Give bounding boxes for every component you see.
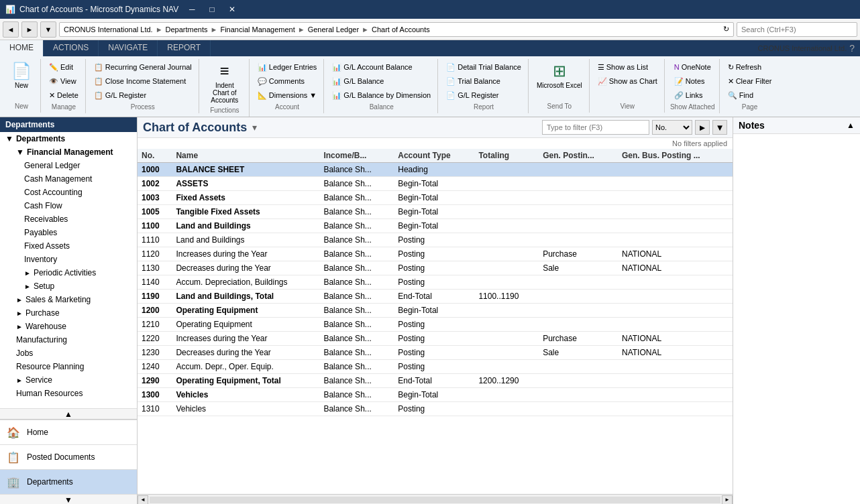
sidebar-item-purchase[interactable]: ► Purchase [0, 306, 137, 320]
tab-actions[interactable]: ACTIONS [44, 40, 99, 56]
back-button[interactable]: ◄ [3, 21, 19, 38]
scroll-track[interactable] [150, 497, 720, 503]
recurring-journal-button[interactable]: 📋 Recurring General Journal [91, 60, 195, 74]
table-row[interactable]: 1130 Decreases during the Year Balance S… [138, 261, 733, 275]
tab-home[interactable]: HOME [0, 40, 44, 56]
address-refresh-icon[interactable]: ↻ [723, 25, 729, 34]
sidebar-item-cost-accounting[interactable]: Cost Accounting [0, 186, 137, 199]
close-income-button[interactable]: 📋 Close Income Statement [91, 74, 195, 88]
show-as-list-button[interactable]: ☰ Show as List [595, 60, 660, 74]
sidebar-item-jobs[interactable]: Jobs [0, 346, 137, 360]
gl-register-report-button[interactable]: 📄 G/L Register [443, 88, 524, 102]
table-row[interactable]: 1230 Decreases during the Year Balance S… [138, 346, 733, 360]
search-input[interactable] [737, 22, 857, 37]
title-dropdown-arrow[interactable]: ▾ [252, 122, 257, 133]
microsoft-excel-button[interactable]: ⊞ Microsoft Excel [534, 60, 585, 90]
table-row[interactable]: 1100 Land and Buildings Balance Sh... Be… [138, 219, 733, 233]
notes-button[interactable]: 📝 Notes [671, 74, 714, 88]
path-departments: Departments [166, 25, 208, 34]
sidebar-item-manufacturing[interactable]: Manufacturing [0, 333, 137, 346]
gl-balance-by-dim-button[interactable]: 📊 G/L Balance by Dimension [329, 88, 433, 102]
refresh-button[interactable]: ↻ Refresh [725, 60, 775, 74]
cell-totaling [474, 332, 539, 346]
sidebar-item-service[interactable]: ► Service [0, 373, 137, 387]
trial-balance-button[interactable]: 📄 Trial Balance [443, 74, 524, 88]
filter-go-button[interactable]: ► [695, 120, 710, 135]
cell-income: Balance Sh... [319, 219, 394, 233]
nav-item-departments[interactable]: 🏢 Departments [0, 469, 137, 494]
sidebar-item-warehouse[interactable]: ► Warehouse [0, 320, 137, 333]
detail-trial-balance-button[interactable]: 📄 Detail Trial Balance [443, 60, 524, 74]
table-row[interactable]: 1290 Operating Equipment, Total Balance … [138, 374, 733, 388]
maximize-button[interactable]: □ [203, 3, 221, 16]
scroll-left-button[interactable]: ◄ [138, 495, 148, 505]
clear-filter-button[interactable]: ✕ Clear Filter [725, 74, 775, 88]
table-row[interactable]: 1220 Increases during the Year Balance S… [138, 332, 733, 346]
gl-register-process-button[interactable]: 📋 G/L Register [91, 88, 195, 102]
notes-collapse-button[interactable]: ▲ [847, 121, 855, 130]
sidebar-scroll-down[interactable]: ▼ [0, 494, 137, 504]
gl-account-balance-button[interactable]: 📊 G/L Account Balance [329, 60, 433, 74]
table-row[interactable]: 1005 Tangible Fixed Assets Balance Sh...… [138, 205, 733, 219]
dropdown-button[interactable]: ▼ [40, 21, 56, 38]
cell-type: Heading [394, 163, 474, 177]
address-bar: ◄ ► ▼ CRONUS International Ltd. ► Depart… [0, 19, 860, 40]
nav-item-posted-documents[interactable]: 📋 Posted Documents [0, 444, 137, 469]
table-row[interactable]: 1140 Accum. Depreciation, Buildings Bala… [138, 275, 733, 290]
sidebar-item-human-resources[interactable]: Human Resources [0, 387, 137, 400]
table-row[interactable]: 1120 Increases during the Year Balance S… [138, 247, 733, 261]
sidebar-item-cash-management[interactable]: Cash Management [0, 172, 137, 186]
table-row[interactable]: 1000 BALANCE SHEET Balance Sh... Heading [138, 163, 733, 177]
table-row[interactable]: 1300 Vehicles Balance Sh... Begin-Total [138, 388, 733, 402]
forward-button[interactable]: ► [21, 21, 38, 38]
nav-item-home[interactable]: 🏠 Home [0, 420, 137, 444]
filter-expand-button[interactable]: ▼ [712, 120, 727, 135]
table-row[interactable]: 1110 Land and Buildings Balance Sh... Po… [138, 233, 733, 247]
find-button[interactable]: 🔍 Find [725, 88, 775, 102]
minimize-button[interactable]: ─ [182, 3, 201, 16]
table-row[interactable]: 1002 ASSETS Balance Sh... Begin-Total [138, 177, 733, 191]
table-row[interactable]: 1003 Fixed Assets Balance Sh... Begin-To… [138, 191, 733, 205]
horizontal-scrollbar[interactable]: ◄ ► [138, 494, 733, 504]
sidebar-item-setup[interactable]: ► Setup [0, 279, 137, 293]
sidebar-item-sales-marketing[interactable]: ► Sales & Marketing [0, 293, 137, 306]
sidebar-item-departments[interactable]: ▼ Departments [0, 132, 137, 145]
sidebar-item-resource-planning[interactable]: Resource Planning [0, 360, 137, 373]
indent-chart-button[interactable]: ≡ Indent Chart of Accounts [205, 60, 245, 105]
tab-report[interactable]: REPORT [158, 40, 211, 56]
delete-button[interactable]: ✕ Delete [46, 88, 81, 102]
scroll-right-button[interactable]: ► [722, 495, 733, 505]
table-row[interactable]: 1190 Land and Buildings, Total Balance S… [138, 290, 733, 304]
new-button[interactable]: 📄 New [7, 60, 36, 90]
filter-select[interactable]: No. [652, 120, 692, 135]
close-button[interactable]: ✕ [223, 3, 241, 16]
table-row[interactable]: 1210 Operating Equipment Balance Sh... P… [138, 318, 733, 332]
sidebar-item-cash-flow[interactable]: Cash Flow [0, 199, 137, 212]
cell-no: 1190 [138, 290, 172, 304]
sidebar-item-inventory[interactable]: Inventory [0, 253, 137, 266]
comments-button[interactable]: 💬 Comments [255, 74, 320, 88]
table-row[interactable]: 1240 Accum. Depr., Oper. Equip. Balance … [138, 360, 733, 374]
sidebar-scroll-up[interactable]: ▲ [0, 408, 137, 419]
sidebar-item-financial-management[interactable]: ▼ Financial Management [0, 145, 137, 159]
show-as-chart-button[interactable]: 📈 Show as Chart [595, 74, 660, 88]
table-row[interactable]: 1310 Vehicles Balance Sh... Posting [138, 402, 733, 416]
links-button[interactable]: 🔗 Links [671, 88, 714, 102]
dimensions-button[interactable]: 📐 Dimensions ▼ [255, 88, 320, 102]
cell-totaling [474, 346, 539, 360]
onenote-button[interactable]: N OneNote [671, 60, 714, 74]
gl-balance-button[interactable]: 📊 G/L Balance [329, 74, 433, 88]
sidebar-item-general-ledger[interactable]: General Ledger [0, 159, 137, 172]
accounts-table: No. Name Income/B... Account Type Totali… [138, 149, 733, 416]
accounts-table-container[interactable]: No. Name Income/B... Account Type Totali… [138, 149, 733, 494]
filter-input[interactable] [542, 120, 649, 135]
sidebar-item-receivables[interactable]: Receivables [0, 212, 137, 226]
sidebar-item-fixed-assets[interactable]: Fixed Assets [0, 239, 137, 253]
ledger-entries-button[interactable]: 📊 Ledger Entries [255, 60, 320, 74]
tab-navigate[interactable]: NAVIGATE [99, 40, 158, 56]
sidebar-item-periodic-activities[interactable]: ► Periodic Activities [0, 266, 137, 279]
sidebar-item-payables[interactable]: Payables [0, 226, 137, 239]
view-button[interactable]: 👁️ View [46, 74, 81, 88]
table-row[interactable]: 1200 Operating Equipment Balance Sh... B… [138, 304, 733, 318]
edit-button[interactable]: ✏️ Edit [46, 60, 81, 74]
